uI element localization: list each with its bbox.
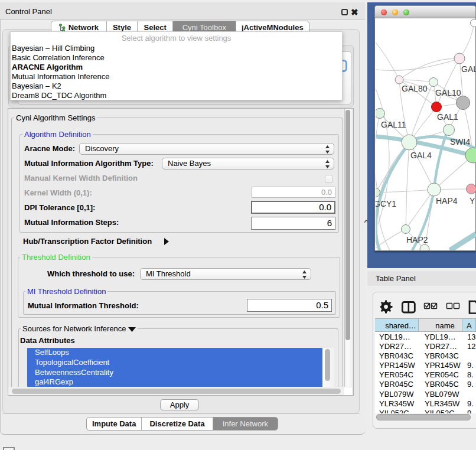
svg-text:GAL80: GAL80	[402, 84, 428, 93]
svg-text:HAP4: HAP4	[436, 196, 458, 206]
svg-text:GAL4: GAL4	[410, 151, 432, 160]
svg-text:GAL11: GAL11	[381, 120, 406, 129]
svg-text:GAL10: GAL10	[435, 88, 461, 97]
svg-text:SWI4: SWI4	[450, 137, 470, 146]
svg-text:Y: Y	[470, 196, 475, 206]
svg-text:GAL8: GAL8	[461, 64, 476, 74]
svg-text:GAL1: GAL1	[437, 112, 458, 122]
svg-text:HAP2: HAP2	[406, 235, 428, 244]
svg-text:GCY1: GCY1	[376, 199, 396, 208]
